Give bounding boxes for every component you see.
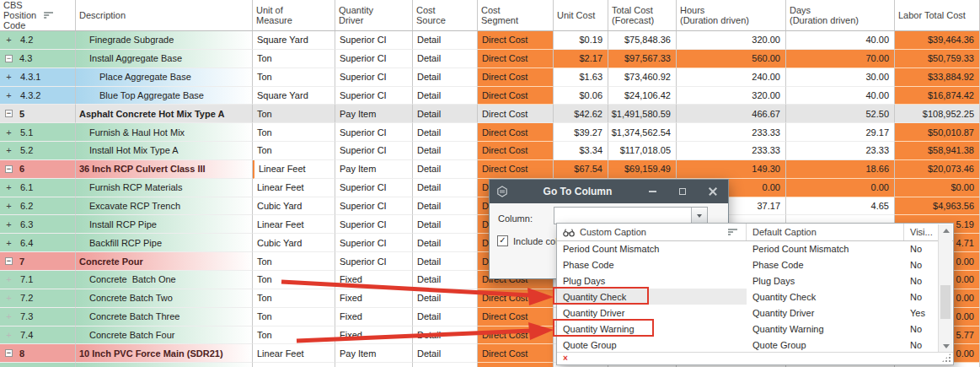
maximize-button[interactable] xyxy=(677,186,688,197)
column-list-item[interactable]: Plug DaysPlug DaysNo xyxy=(557,273,940,289)
default-caption-header[interactable]: Default Caption xyxy=(747,224,904,240)
cell-uc[interactable]: $0.06 xyxy=(554,87,608,105)
cell-uom[interactable]: Ton xyxy=(253,252,335,271)
table-row[interactable]: +5.2Install Hot Mix Type ATonSuperior CI… xyxy=(0,142,980,160)
column-header-qd[interactable]: QuantityDriver xyxy=(335,0,413,30)
collapse-icon[interactable]: − xyxy=(5,55,13,62)
cell-dy[interactable]: 70.00 xyxy=(786,50,895,68)
cell-uom[interactable]: Ton xyxy=(253,105,335,123)
cell-cs[interactable]: Detail xyxy=(413,160,478,179)
cell-uom[interactable]: Linear Feet xyxy=(253,215,335,234)
expand-icon[interactable]: + xyxy=(4,128,13,137)
cell-uom[interactable]: Linear Feet xyxy=(253,363,335,367)
cell-hr[interactable]: 560.00 xyxy=(677,50,786,68)
cell-cbs-code[interactable]: +6.1 xyxy=(0,179,76,197)
cell-cbs-code[interactable]: −4.3 xyxy=(0,50,76,68)
cell-lab[interactable]: $16,874.42 xyxy=(895,87,980,105)
visible-header[interactable]: Visi... xyxy=(904,224,938,240)
cell-cbs-code[interactable]: +5.2 xyxy=(0,142,76,160)
cell-uc[interactable]: $2.17 xyxy=(554,50,608,68)
include-columns-checkbox[interactable]: ✓ xyxy=(497,235,508,246)
cell-cs[interactable]: Detail xyxy=(413,68,478,87)
table-row[interactable]: −5Asphalt Concrete Hot Mix Type ATonPay … xyxy=(0,105,980,123)
cell-uom[interactable]: Cubic Yard xyxy=(253,234,335,252)
collapse-icon[interactable]: − xyxy=(5,110,13,117)
expand-icon[interactable]: + xyxy=(4,202,13,210)
cell-qd[interactable]: Superior CI xyxy=(335,123,413,142)
expand-icon[interactable]: + xyxy=(4,275,13,283)
cell-uom[interactable]: Square Yard xyxy=(253,31,335,50)
cell-uom[interactable]: Linear Feet xyxy=(253,344,335,363)
cell-qd[interactable]: Superior CI xyxy=(335,68,413,87)
cell-description[interactable]: Excavate RCP Trench xyxy=(76,197,253,216)
cell-seg[interactable]: Direct Cost xyxy=(478,68,554,87)
table-row[interactable]: +4.2Finegrade SubgradeSquare YardSuperio… xyxy=(0,31,980,50)
cell-uom[interactable]: Ton xyxy=(253,271,335,289)
cell-seg[interactable]: Direct Cost xyxy=(478,327,554,345)
cell-cs[interactable]: Detail xyxy=(413,179,478,197)
cell-hr[interactable]: 233.33 xyxy=(677,123,786,142)
cell-qd[interactable]: Superior CI xyxy=(335,179,413,197)
cell-description[interactable]: Concrete Batch One xyxy=(76,271,253,289)
cell-uom[interactable]: Ton xyxy=(253,308,335,327)
cell-cs[interactable]: Detail xyxy=(413,308,478,327)
cell-description[interactable]: Install RCP Pipe xyxy=(76,215,253,234)
cell-cbs-code[interactable]: +4.2 xyxy=(0,31,76,50)
clear-filter-button[interactable]: × xyxy=(563,354,568,363)
minimize-button[interactable] xyxy=(647,186,657,197)
cell-seg[interactable]: Direct Cost xyxy=(478,123,554,142)
cell-cbs-code[interactable]: −7 xyxy=(0,252,76,271)
cell-cs[interactable]: Detail xyxy=(413,327,478,345)
cell-cbs-code[interactable]: +7.3 xyxy=(0,308,76,327)
cell-description[interactable]: Concrete Batch Two xyxy=(76,289,253,308)
cell-qd[interactable]: Fixed xyxy=(335,308,413,327)
cell-uc[interactable]: $0.19 xyxy=(554,31,608,50)
cell-cs[interactable]: Detail xyxy=(413,31,478,50)
cell-cbs-code[interactable]: +5.1 xyxy=(0,123,76,142)
cell-cbs-code[interactable]: +4.3.2 xyxy=(0,87,76,105)
cell-description[interactable]: Furnish 10 Inch PVC Materials xyxy=(76,363,253,367)
cell-cs[interactable]: Detail xyxy=(413,197,478,216)
cell-uc[interactable]: $3.34 xyxy=(554,142,608,160)
cell-cs[interactable]: Detail xyxy=(413,344,478,363)
cell-uc[interactable]: $39.27 xyxy=(554,123,608,142)
cell-seg[interactable]: Direct Cost xyxy=(478,142,554,160)
cell-cs[interactable]: Detail xyxy=(413,252,478,271)
cell-lab[interactable]: $50,010.87 xyxy=(895,123,980,142)
column-header-hr[interactable]: Hours(Duration driven) xyxy=(677,0,786,30)
cell-cbs-code[interactable]: −5 xyxy=(0,105,76,123)
cell-tc[interactable]: $97,567.33 xyxy=(608,50,677,68)
table-row[interactable]: −4.3Install Aggregate BaseTonSuperior CI… xyxy=(0,50,980,68)
expand-icon[interactable]: + xyxy=(4,91,13,100)
cell-tc[interactable]: $1,374,562.54 xyxy=(608,123,677,142)
cell-tc[interactable]: $117,018.05 xyxy=(608,142,677,160)
expand-icon[interactable]: + xyxy=(4,220,13,229)
cell-cs[interactable]: Detail xyxy=(413,215,478,234)
cell-lab[interactable]: $39,464.36 xyxy=(895,31,980,50)
cell-qd[interactable]: Superior CI xyxy=(335,363,413,367)
column-header-seg[interactable]: CostSegment xyxy=(478,0,554,30)
collapse-icon[interactable]: − xyxy=(5,165,13,173)
expand-icon[interactable]: + xyxy=(4,331,13,339)
cell-uom[interactable]: Ton xyxy=(253,142,335,160)
column-header-desc[interactable]: Description xyxy=(76,0,253,30)
expand-icon[interactable]: + xyxy=(4,146,13,154)
scroll-down-icon[interactable] xyxy=(943,344,950,348)
scrollbar-thumb[interactable] xyxy=(940,285,951,319)
cell-cbs-code[interactable]: +7.2 xyxy=(0,289,76,308)
scroll-up-icon[interactable] xyxy=(943,229,950,233)
cell-uom[interactable]: Linear Feet xyxy=(253,160,335,179)
cell-hr[interactable]: 466.67 xyxy=(677,105,786,123)
cell-uom[interactable]: Ton xyxy=(253,327,335,345)
table-row[interactable]: +4.3.2Blue Top Aggregate BaseSquare Yard… xyxy=(0,87,980,105)
cell-description[interactable]: 36 Inch RCP Culvert Class III xyxy=(76,160,253,179)
cell-cs[interactable]: Detail xyxy=(413,289,478,308)
cell-seg[interactable]: Direct Cost xyxy=(478,31,554,50)
cell-cbs-code[interactable]: +8.1 xyxy=(0,363,76,367)
cell-seg[interactable]: Direct Cost xyxy=(478,308,554,327)
cell-cs[interactable]: Detail xyxy=(413,105,478,123)
cell-dy[interactable]: 18.66 xyxy=(786,160,895,179)
cell-qd[interactable]: Pay Item xyxy=(335,160,413,179)
cell-qd[interactable]: Pay Item xyxy=(335,105,413,123)
cell-cs[interactable]: Detail xyxy=(413,50,478,68)
